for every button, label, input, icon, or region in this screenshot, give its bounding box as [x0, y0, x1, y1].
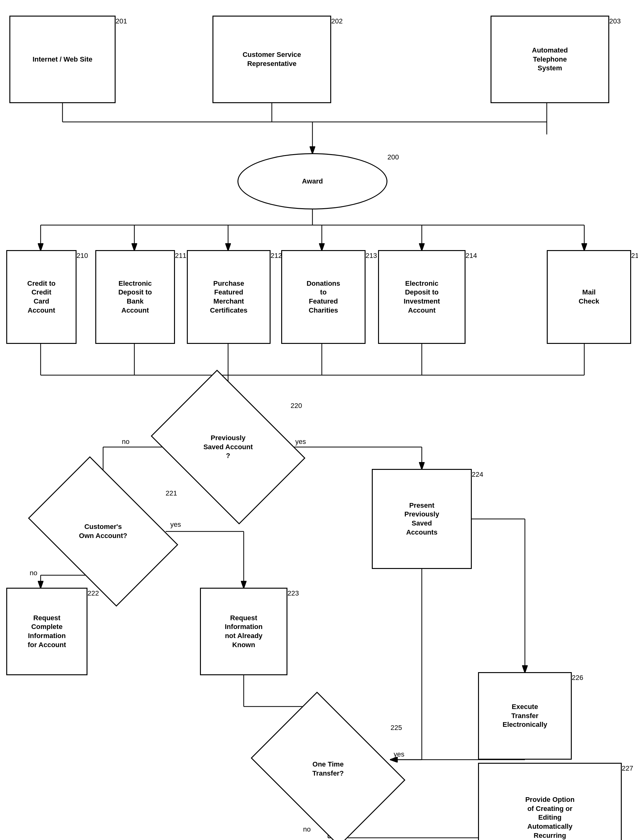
provide-option-node: Provide Optionof Creating orEditingAutom… — [478, 763, 622, 840]
label-224: 224 — [472, 470, 483, 479]
label-210: 210 — [77, 252, 88, 260]
merchant-node: PurchaseFeaturedMerchantCertificates — [187, 250, 270, 344]
elec-invest-node: ElectronicDeposit toInvestmentAccount — [378, 250, 466, 344]
no-225-label: no — [303, 825, 311, 834]
one-time-text: One TimeTransfer? — [265, 722, 390, 816]
mail-check-node: MailCheck — [547, 250, 631, 344]
label-214: 214 — [466, 252, 477, 260]
execute-node: ExecuteTransferElectronically — [478, 672, 572, 760]
credit-card-node: Credit toCreditCardAccount — [6, 250, 77, 344]
label-221: 221 — [166, 489, 177, 497]
label-201: 201 — [115, 17, 127, 25]
no-220-label: no — [122, 438, 129, 446]
label-227: 227 — [622, 764, 633, 772]
yes-221-label: yes — [170, 520, 181, 528]
label-225: 225 — [390, 724, 402, 732]
label-223: 223 — [287, 589, 299, 597]
csr-node: Customer ServiceRepresentative — [212, 16, 331, 103]
elec-bank-node: ElectronicDeposit toBankAccount — [95, 250, 175, 344]
label-213: 213 — [366, 252, 377, 260]
internet-web-site-node: Internet / Web Site — [9, 16, 115, 103]
award-node: Award — [237, 153, 387, 209]
present-saved-node: PresentPreviouslySavedAccounts — [372, 469, 472, 569]
label-222: 222 — [87, 589, 99, 597]
label-200: 200 — [387, 153, 399, 161]
no-221-label: no — [30, 569, 37, 577]
req-info-node: RequestInformationnot AlreadyKnown — [200, 588, 287, 675]
flowchart-diagram: Internet / Web Site 201 Customer Service… — [0, 0, 638, 840]
label-202: 202 — [331, 17, 343, 25]
label-212: 212 — [270, 252, 282, 260]
yes-225-label: yes — [394, 750, 404, 758]
ats-node: AutomatedTelephoneSystem — [491, 16, 609, 103]
prev-saved-text: PreviouslySaved Account? — [166, 400, 291, 494]
label-226: 226 — [572, 674, 583, 682]
customers-own-text: Customer'sOwn Account? — [41, 488, 166, 575]
label-211: 211 — [175, 252, 186, 260]
label-215: 215 — [631, 252, 638, 260]
label-220: 220 — [291, 402, 302, 410]
donations-node: DonationstoFeaturedCharities — [281, 250, 366, 344]
req-complete-node: RequestCompleteInformationfor Account — [6, 588, 87, 675]
label-203: 203 — [609, 17, 621, 25]
yes-220-label: yes — [295, 438, 306, 446]
